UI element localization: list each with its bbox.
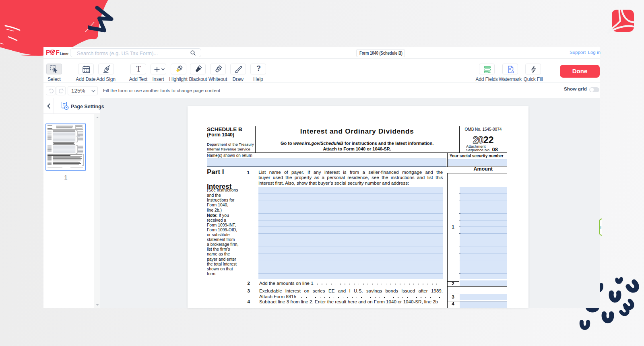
svg-text:Page Settings: Page Settings — [71, 104, 104, 109]
svg-text:P: P — [46, 49, 50, 57]
svg-text:Liner: Liner — [60, 51, 68, 56]
svg-text:F: F — [56, 49, 59, 57]
